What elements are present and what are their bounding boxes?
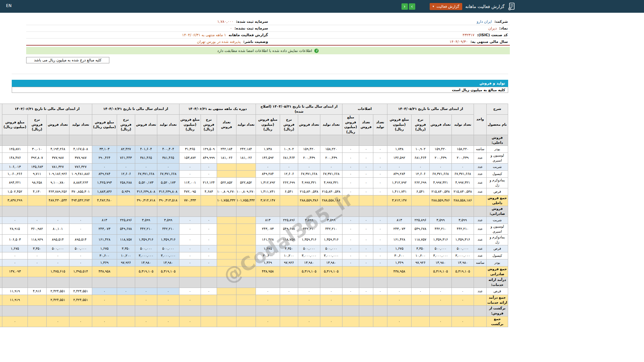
table-cell: ۲,۴۲۴,۵۵۱ [69,288,92,295]
table-cell [217,316,236,327]
table-cell: ۲۰۰,۴۳۹ [430,153,452,164]
table-cell: ۰ [46,252,69,259]
table-cell: ۳۱,۳۶۵ [179,146,201,153]
table-cell: ۴۳۸,۹۵۸ [387,266,411,277]
table-cell: ۰ [298,288,320,295]
table-cell [179,277,201,288]
issuer-status-value: پذیرفته شده در بورس تهران [197,40,240,44]
language-toggle-en[interactable]: EN [6,3,12,8]
table-cell: ۳۱۶,۶۳۹,۸۰۸ [135,188,157,195]
status-cell: تولید [0,146,2,153]
subheader-qty-sold: تعداد فروش [46,115,69,135]
nav-prev-button[interactable]: ‹ [401,3,408,10]
table-cell: ۷۷۰,۳۳۳ [179,195,201,206]
table-cell: ۰ [342,153,359,164]
table-cell: ۰ [201,164,217,171]
table-cell [236,217,256,224]
header-group-a: از ابتدای سال مالی تا تاریخ ۱۴۰۴/۰۵/۳۱ [387,104,474,115]
table-cell: ۵,۵۲۰,۱۷۳ [157,178,179,188]
table-cell: ۴,۹۹۷,۳۲۱ [452,178,474,188]
table-cell [452,135,474,146]
table-cell: ۰ [342,188,359,195]
row-data: پمادوکرم و ژلعدد۱,۳۵۹,۳۱۶۱,۳۵۹,۳۱۶۱۱۸,۷۵… [0,235,508,245]
nav-next-button[interactable]: › [409,3,415,10]
table-cell: ۰ [342,164,359,171]
table-cell [217,259,236,266]
page-title: گزارش فعالیت ماهانه [465,4,504,9]
table-cell: ۳,۷۱۲,۱۴۷ [387,195,411,206]
info-row: کد صنعت (ISIC): ۴۳۲۳۱۷ گزارش فعالیت ماها… [26,32,510,39]
table-cell [46,277,69,288]
subheader-rate: نرخ فروش (ریال) [412,115,430,135]
table-cell [117,135,135,146]
table-cell: ۰ [359,217,373,224]
unit-cell: عدد [474,288,487,295]
table-cell [298,306,320,316]
subheader-qty-sold: تعداد فروش [135,115,157,135]
table-cell: ۵۰۰,۰۰۰ [320,245,342,252]
table-cell [28,295,46,306]
report-period-label: گزارش فعالیت ماهانه [229,33,268,37]
table-cell [280,295,298,306]
table-cell: ۳,۰۰۰,۰۰۰ [157,252,179,259]
subheader-qty-produced: تعداد تولید [236,115,256,135]
table-cell: ۰ [179,259,201,266]
table-cell [373,206,387,217]
table-cell: ۱۶۱,۴۲۸ [92,235,117,245]
table-cell: ۲۰۰,۴۳۹ [298,153,320,164]
registered-capital-value: ۱,۷۸۰,۰۰۰ [217,19,233,24]
table-cell: ۱,۳۵۹,۳۱۶ [157,235,179,245]
table-cell: ۰ [256,316,280,327]
product-name-cell: قرص [487,188,508,195]
header-desc: شرح [487,104,508,115]
table-cell: ۰ [373,217,387,224]
table-cell [387,306,411,316]
table-cell [179,306,201,316]
table-cell: ۳,۰۰۰,۰۰۰ [430,252,452,259]
table-cell: ۸,۸۸۳,۲۶۳ [69,178,92,188]
table-cell: ۱۵۹,۴۲۰ [430,146,452,153]
table-cell: ۲۰۰,۴۳۹ [320,153,342,164]
fiscal-year-value: ۱۴۰۴/۰۹/۳۰ [449,40,468,44]
table-cell: ۱۰۱,۷۵۵,۳۳۲ [236,195,256,206]
product-name-cell: لوسیون و اسپری [487,153,508,164]
table-cell [28,195,46,206]
table-cell: ۴۴۲,۲۱۰ [135,224,157,235]
table-cell [280,277,298,288]
table-cell: ۹۷,۹۲۶ [117,259,135,266]
table-cell: ۵۴۹,۶۷۸ [412,224,430,235]
report-icon[interactable] [507,2,516,11]
table-cell [217,252,236,259]
table-cell [412,195,430,206]
table-cell: ۱,۴۱۱,۷۴۱ [387,188,411,195]
table-cell [342,295,359,306]
table-cell: ۱۲,۶۰۶ [117,171,135,178]
table-cell: ۰ [28,252,46,259]
row-data: پمادوکرم و ژلعدد۴,۹۹۷,۳۲۱۴,۹۹۷,۳۲۱۲۶۲,۶۹… [0,178,508,188]
table-cell: ۰ [2,217,28,224]
unit-cell [474,277,487,288]
table-cell [373,306,387,316]
unregistered-capital-value: ۰ [230,26,232,31]
table-cell: ۱,۴۱۱,۷۴۱ [256,188,280,195]
table-cell: ۵۴۹,۶۷۸ [280,224,298,235]
table-cell: ۱۳۵,۶۸۳ [28,164,46,171]
table-cell: ۰ [256,288,280,295]
table-cell: ۱۳,۹۸۰ [135,259,157,266]
row-data: قرصعدد۰۰۰۰۰۰۰۰۰۰۰۰۰۰۰۰۰۲,۴۲۴,۵۵۱۲,۴۲۴,۵۵… [0,288,508,295]
table-cell: ۴,۱۶۷,۵۰۸ [69,146,92,153]
table-cell [236,252,256,259]
subheader-rate: نرخ فروش (ریال) [117,115,135,135]
subheader-qty-produced: تعداد تولید [320,115,342,135]
row-data: کپسولعدد۳,۰۰۰,۰۰۰۳,۰۰۰,۰۰۰۱۰,۲۰۰۳۰,۶۰۰۰۰… [0,252,508,259]
issuer-status-label: وضعیت ناشر: [243,40,268,44]
chevron-right-icon: › [411,4,413,9]
subheader-amount: مبلغ فروش (میلیون ریال) [179,115,201,135]
table-cell: ۰ [359,146,373,153]
table-cell [373,277,387,288]
table-cell: ۰ [373,235,387,245]
report-type-dropdown[interactable]: گزارش فعالیت ▾ [430,3,463,10]
table-cell [69,277,92,288]
company-link[interactable]: ایران دارو [477,19,492,24]
table-cell [217,277,236,288]
